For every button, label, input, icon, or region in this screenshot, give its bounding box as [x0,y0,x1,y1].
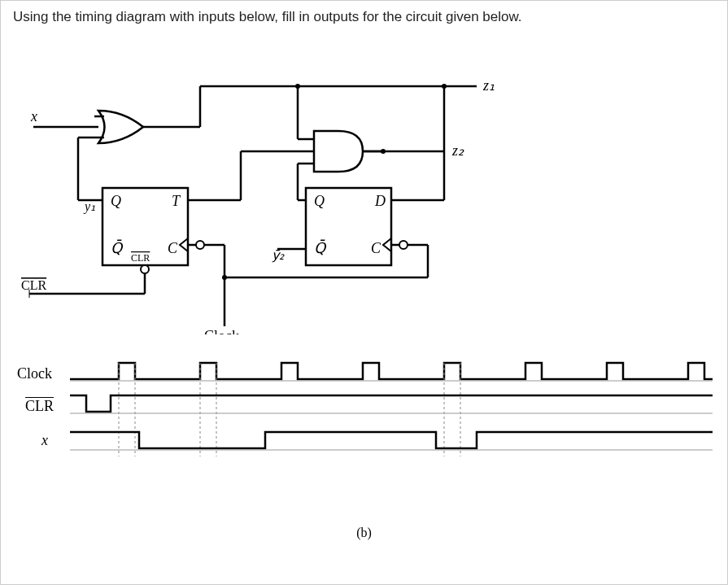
svg-text:Q: Q [111,193,121,209]
part-label: (b) [13,526,715,540]
svg-text:D: D [374,193,386,209]
svg-text:y₁: y₁ [83,199,95,214]
svg-text:Q: Q [314,193,325,209]
svg-point-43 [222,275,227,280]
svg-text:z₂: z₂ [451,142,464,159]
svg-text:ȳ₂: ȳ₂ [272,248,285,263]
svg-text:CLR: CLR [21,278,46,292]
timing-diagram: Clock CLR x [13,351,715,513]
svg-text:CLR: CLR [131,252,150,264]
question-text: Using the timing diagram with inputs bel… [13,9,715,25]
svg-point-13 [141,265,149,273]
svg-text:Q̄: Q̄ [111,239,124,256]
svg-text:x: x [30,108,37,124]
svg-text:C: C [371,240,381,256]
svg-point-34 [399,241,408,249]
svg-text:Clock: Clock [204,328,239,334]
svg-text:z₁: z₁ [482,77,495,94]
svg-text:C: C [168,240,178,256]
svg-text:Q̄: Q̄ [314,239,327,256]
svg-point-24 [295,84,300,89]
circuit-diagram: x z₁ z₂ y₁ Q T Q̄ C CLR Q D Q̄ C ȳ₂ CLR … [13,50,715,334]
svg-point-16 [196,241,204,249]
